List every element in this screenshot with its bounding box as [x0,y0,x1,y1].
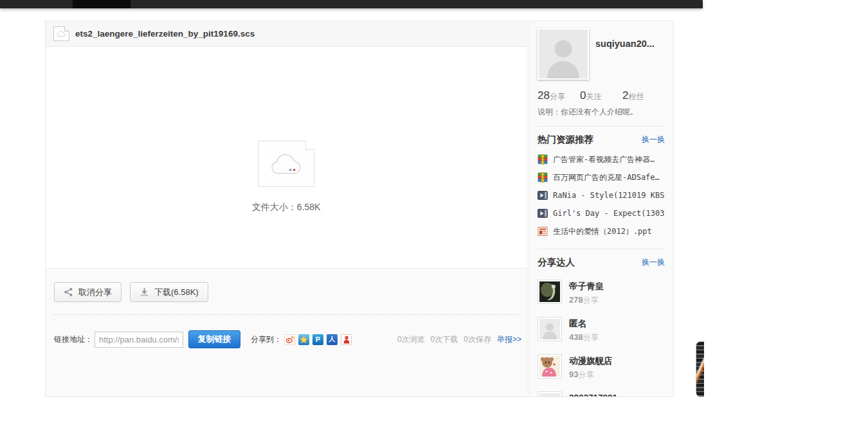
list-item[interactable]: 百万网页广告的克星-ADSafe… [538,168,665,186]
profile-stats: 28 分享 0 关注 2 粉丝 [538,89,665,102]
refresh-sharers-link[interactable]: 换一换 [642,257,665,268]
file-preview: 文件大小：6.58K [46,141,527,213]
video-icon [538,208,548,219]
qzone-icon[interactable] [298,334,309,345]
divider [538,249,665,249]
sharer-row[interactable]: 帝子青皇 278分享 [538,280,665,306]
sharer-avatar[interactable] [538,317,562,341]
cloud-icon [57,31,66,37]
rar-icon [538,172,548,183]
sharer-avatar[interactable] [538,391,562,397]
page-title: ets2_laengere_lieferzeiten_by_pit19169.s… [75,29,255,39]
sharer-row[interactable]: 匿名 438分享 [538,317,665,343]
hot-resources-list: 广告管家-看视频去广告神器… 百万网页广告的克星-ADSafe… RaNia -… [538,150,665,240]
link-address-label: 链接地址： [54,334,93,345]
partial-thumbnail-image[interactable] [696,341,704,397]
report-link[interactable]: 举报>> [497,334,521,345]
view-count: 0次浏览 [397,334,425,345]
link-row: 链接地址： 复制链接 分享到： P [46,330,527,348]
user-avatar[interactable] [538,28,589,80]
weibo-icon[interactable] [284,334,295,345]
cancel-share-label: 取消分享 [78,287,112,298]
pengyou-icon[interactable]: P [312,334,323,345]
top-sharers-title: 分享达人 [538,256,575,269]
share-icon [64,287,73,297]
followers-count-stat[interactable]: 2 粉丝 [622,89,665,102]
copy-link-button[interactable]: 复制链接 [188,330,240,348]
list-item[interactable]: 生活中的爱情（2012）.ppt [538,222,665,240]
renren-icon[interactable]: 人 [327,334,338,345]
action-buttons: 取消分享 下载(6.58K) [46,269,527,302]
share-footer: 取消分享 下载(6.58K) 链接地址： 复制链接 分享到： [46,268,527,397]
save-count: 0次保存 [464,334,491,345]
rar-icon [538,154,548,165]
file-type-icon [53,26,69,41]
divider [538,126,665,127]
top-sharers-list: 帝子青皇 278分享 匿名 438分享 [538,280,665,397]
hot-resources-title: 热门资源推荐 [538,134,593,146]
share-count-stat[interactable]: 28 分享 [538,89,580,102]
file-header: ets2_laengere_lieferzeiten_by_pit19169.s… [46,21,527,47]
file-size-text: 文件大小：6.58K [46,202,527,213]
download-icon [140,287,149,297]
list-item[interactable]: RaNia - Style(121019 KBS M… [538,186,665,204]
active-nav-tab[interactable] [73,0,131,8]
cloud-icon [269,153,303,175]
share-link-input[interactable] [95,332,183,348]
file-share-panel: ets2_laengere_lieferzeiten_by_pit19169.s… [45,21,527,397]
avatar-placeholder-icon [539,330,560,339]
sharer-row[interactable]: 动漫旗舰店 93分享 [538,354,665,380]
download-count: 0次下载 [431,334,458,345]
sharer-avatar[interactable] [538,354,562,379]
profile-section: suqiyuan20... [538,28,665,80]
top-sharers-header: 分享达人 换一换 [538,256,665,269]
file-cloud-icon [258,141,314,187]
list-item[interactable]: 广告管家-看视频去广告神器… [538,150,665,168]
hot-resources-header: 热门资源推荐 换一换 [538,134,665,146]
share-to-label: 分享到： [251,334,282,345]
sharer-row[interactable]: 2902717881 [538,391,665,397]
share-targets: P 人 [284,334,352,345]
dashed-divider [53,314,519,315]
refresh-hot-link[interactable]: 换一换 [642,134,665,145]
avatar-cartoon-image [539,368,560,377]
following-count-stat[interactable]: 0 关注 [580,89,622,102]
download-label: 下载(6.58K) [154,287,199,298]
cancel-share-button[interactable]: 取消分享 [54,282,122,302]
ppt-icon [538,226,548,236]
sharer-avatar[interactable] [538,280,562,304]
profile-description: 说明：你还没有个人介绍呢。 [538,107,665,118]
sidebar: suqiyuan20... 28 分享 0 关注 2 粉丝 说明：你还没有个人介… [529,21,674,397]
avatar-placeholder-icon [539,30,588,78]
baidu-hi-icon[interactable] [341,334,352,345]
video-icon [538,190,548,201]
list-item[interactable]: Girl's Day - Expect(130315… [538,204,665,222]
download-button[interactable]: 下载(6.58K) [130,282,208,302]
username[interactable]: suqiyuan20... [595,39,655,49]
top-navigation-bar [0,0,703,8]
avatar-art-image [539,293,560,302]
share-stats: 0次浏览 0次下载 0次保存 举报>> [397,334,521,345]
